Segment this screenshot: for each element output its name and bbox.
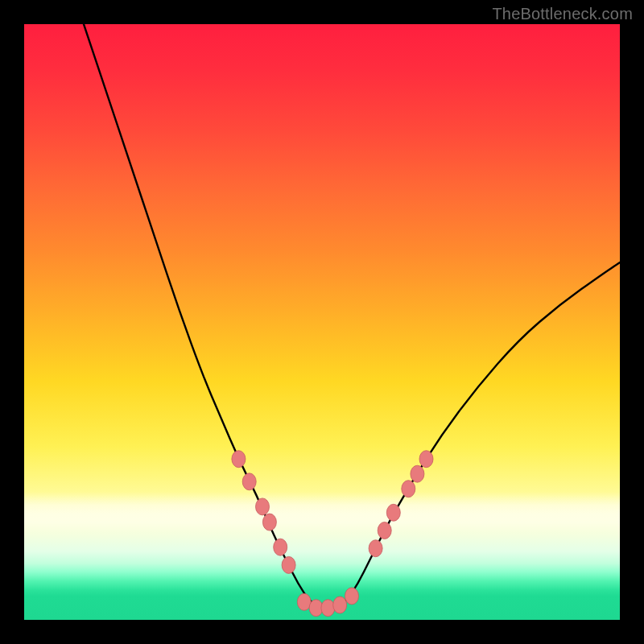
curve-marker	[232, 451, 246, 468]
curve-marker	[256, 498, 270, 515]
bottleneck-curve-path	[84, 24, 620, 608]
curve-marker	[262, 514, 276, 530]
watermark-label: TheBottleneck.com	[492, 5, 633, 23]
curve-marker	[274, 539, 287, 555]
plot-area	[24, 24, 620, 620]
curve-marker	[345, 588, 359, 605]
curve-marker	[402, 481, 415, 497]
curve-marker	[378, 522, 391, 539]
curve-marker	[369, 540, 382, 557]
curve-marker	[282, 556, 295, 573]
curve-layer	[24, 24, 620, 620]
curve-marker	[321, 600, 335, 617]
curve-marker	[333, 597, 347, 613]
chart-stage: TheBottleneck.com	[0, 0, 644, 644]
curve-marker	[411, 465, 424, 482]
curve-marker	[386, 504, 400, 521]
curve-markers-group	[232, 451, 433, 617]
curve-marker	[242, 473, 256, 490]
curve-marker	[419, 451, 433, 468]
